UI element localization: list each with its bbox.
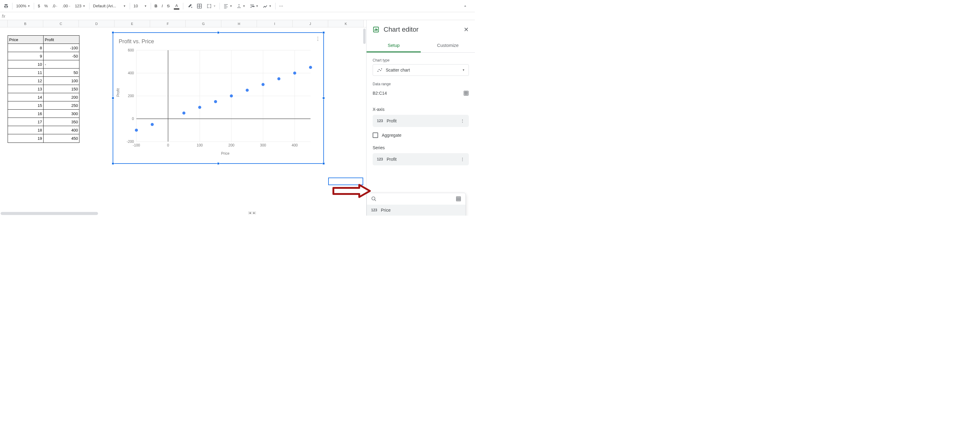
chart-type-label: Chart type xyxy=(373,58,469,62)
col-F[interactable]: F xyxy=(150,20,186,27)
col-C[interactable]: C xyxy=(43,20,79,27)
borders-button[interactable] xyxy=(195,2,204,11)
decrease-decimal[interactable]: .0← xyxy=(50,2,60,11)
cell[interactable]: 50 xyxy=(43,68,79,77)
svg-point-34 xyxy=(261,83,264,86)
cell[interactable]: 400 xyxy=(43,126,79,134)
fill-color-button[interactable] xyxy=(185,2,194,11)
cell[interactable]: 200 xyxy=(43,93,79,102)
svg-point-42 xyxy=(377,71,379,72)
dropdown-search[interactable] xyxy=(367,193,466,205)
svg-text:0: 0 xyxy=(167,143,169,147)
collapse-toolbar-icon[interactable] xyxy=(461,2,469,11)
increase-decimal[interactable]: .00→ xyxy=(60,2,72,11)
cell[interactable]: 450 xyxy=(43,134,79,143)
table-header[interactable]: Price xyxy=(8,36,43,44)
more-icon[interactable]: ⋮ xyxy=(460,157,465,162)
horizontal-scrollbar[interactable] xyxy=(1,212,98,215)
col-K[interactable]: K xyxy=(328,20,364,27)
svg-point-35 xyxy=(277,77,280,80)
cell[interactable]: -50 xyxy=(43,52,79,60)
italic-button[interactable]: I xyxy=(160,2,165,11)
data-range-value[interactable]: B2:C14 xyxy=(373,91,387,95)
cell[interactable]: 17 xyxy=(8,118,43,126)
tab-customize[interactable]: Customize xyxy=(421,39,475,53)
cell[interactable]: - xyxy=(43,60,79,68)
cell[interactable]: 250 xyxy=(43,102,79,110)
col-E[interactable]: E xyxy=(115,20,150,27)
series-chip[interactable]: 123 Profit ⋮ xyxy=(373,153,469,166)
zoom-select[interactable]: 100%▼ xyxy=(14,2,32,11)
svg-point-31 xyxy=(214,100,217,103)
col-I[interactable]: I xyxy=(257,20,293,27)
x-axis-section: X-axis xyxy=(373,107,469,112)
svg-point-28 xyxy=(151,123,154,126)
valign-button[interactable]: ▼ xyxy=(235,2,247,11)
cell[interactable]: 18 xyxy=(8,126,43,134)
svg-rect-53 xyxy=(457,197,461,201)
cell[interactable]: 16 xyxy=(8,110,43,118)
format-currency[interactable]: $ xyxy=(36,2,42,11)
cell[interactable]: 150 xyxy=(43,85,79,93)
halign-button[interactable]: ▼ xyxy=(222,2,234,11)
rotate-button[interactable]: ▼ xyxy=(261,2,274,11)
svg-point-43 xyxy=(379,69,380,70)
col-D[interactable]: D xyxy=(79,20,115,27)
cell[interactable]: 13 xyxy=(8,85,43,93)
strike-button[interactable]: S xyxy=(165,2,172,11)
cell[interactable]: 100 xyxy=(43,77,79,85)
col-G[interactable]: G xyxy=(186,20,221,27)
chart-title: Profit vs. Price xyxy=(119,38,320,45)
cell[interactable]: -100 xyxy=(43,44,79,52)
cell[interactable]: 9 xyxy=(8,52,43,60)
cell[interactable]: 8 xyxy=(8,44,43,52)
wrap-button[interactable]: ▼ xyxy=(248,2,260,11)
vertical-scrollbar[interactable] xyxy=(363,29,366,44)
cell[interactable]: 19 xyxy=(8,134,43,143)
numeric-icon: 123 xyxy=(377,157,383,161)
cell[interactable]: 15 xyxy=(8,102,43,110)
col-J[interactable]: J xyxy=(293,20,328,27)
font-select[interactable]: Default (Ari...▼ xyxy=(91,2,128,11)
sheet-scroll-arrows[interactable]: ◄► xyxy=(248,211,256,214)
cell[interactable]: 10 xyxy=(8,60,43,68)
svg-text:400: 400 xyxy=(292,143,298,147)
col-H[interactable]: H xyxy=(221,20,257,27)
sheet-area[interactable]: B C D E F G H I J K Price Profit 8-100 9… xyxy=(0,20,366,216)
chart-type-select[interactable]: Scatter chart ▼ xyxy=(373,64,469,76)
more-formats[interactable]: 123▼ xyxy=(73,2,88,11)
cell[interactable]: 350 xyxy=(43,118,79,126)
svg-point-45 xyxy=(381,68,382,69)
formula-bar[interactable]: fx xyxy=(0,12,475,20)
svg-text:600: 600 xyxy=(128,48,134,53)
active-cell[interactable] xyxy=(328,178,363,185)
cell[interactable]: 300 xyxy=(43,110,79,118)
merge-button[interactable]: ▼ xyxy=(205,2,218,11)
col-B[interactable]: B xyxy=(8,20,43,27)
cell[interactable]: 14 xyxy=(8,93,43,102)
data-table: Price Profit 8-100 9-50 10- 1150 12100 1… xyxy=(8,35,80,143)
font-size-select[interactable]: 10▼ xyxy=(132,2,149,11)
numeric-icon: 123 xyxy=(371,208,377,212)
chart-plot: Profit -1000100200300400-2000200400600 xyxy=(122,47,317,151)
select-range-icon[interactable] xyxy=(456,196,461,202)
x-axis-chip[interactable]: 123 Profit ⋮ xyxy=(373,115,469,127)
more-tools[interactable]: ⋯ xyxy=(277,2,285,11)
close-icon[interactable]: ✕ xyxy=(464,26,469,33)
dropdown-item-price[interactable]: 123 Price xyxy=(367,205,466,216)
cell[interactable]: 12 xyxy=(8,77,43,85)
print-icon[interactable] xyxy=(2,2,10,11)
format-percent[interactable]: % xyxy=(42,2,49,11)
bold-button[interactable]: B xyxy=(153,2,159,11)
text-color-button[interactable]: A xyxy=(172,2,181,11)
search-input[interactable] xyxy=(380,196,453,201)
chart-object[interactable]: ⋮ Profit vs. Price Profit -1000100200300… xyxy=(113,32,324,164)
tab-setup[interactable]: Setup xyxy=(366,39,421,53)
svg-point-37 xyxy=(309,66,312,69)
aggregate-checkbox[interactable]: Aggregate xyxy=(373,130,469,140)
select-range-icon[interactable] xyxy=(463,91,469,96)
more-icon[interactable]: ⋮ xyxy=(460,118,465,123)
cell[interactable]: 11 xyxy=(8,68,43,77)
table-header[interactable]: Profit xyxy=(43,36,79,44)
series-section: Series xyxy=(373,145,469,150)
